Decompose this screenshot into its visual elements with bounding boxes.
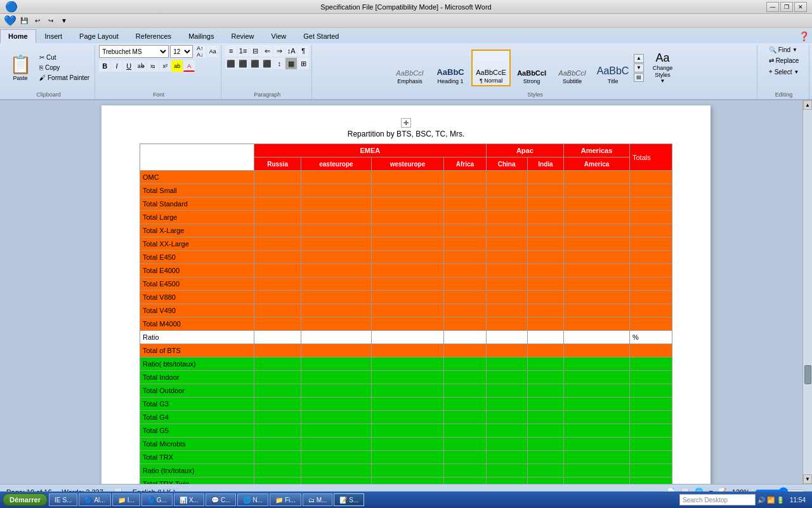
row-label: Total Small <box>140 184 254 197</box>
taskbar-item-2[interactable]: 🔵Al... <box>79 493 110 506</box>
taskbar-item-8[interactable]: 📁Fi... <box>270 493 301 506</box>
show-formatting-button[interactable]: ¶ <box>298 45 309 57</box>
font-name-select[interactable]: Trebuchet MS <box>99 45 169 58</box>
align-right-button[interactable]: ⬛ <box>249 58 261 69</box>
align-center-button[interactable]: ⬛ <box>237 58 249 69</box>
styles-scroll-down-button[interactable]: ▼ <box>634 64 644 72</box>
cut-button[interactable]: ✂ Cut <box>37 53 92 62</box>
cut-label: Cut <box>46 54 56 61</box>
tab-page-layout[interactable]: Page Layout <box>71 29 127 43</box>
ribbon-help-icon[interactable]: ❓ <box>799 31 809 41</box>
select-icon: ⌖ <box>769 68 773 76</box>
taskbar-item-1[interactable]: IES... <box>49 493 77 506</box>
format-painter-button[interactable]: 🖌 Format Painter <box>37 73 92 83</box>
replace-button[interactable]: ⇄ Replace <box>767 56 801 65</box>
style-strong[interactable]: AaBbCcI Strong <box>512 50 551 86</box>
row-label: Ratio (trx/totaux) <box>140 464 254 478</box>
find-dropdown-icon: ▼ <box>792 47 797 53</box>
strikethrough-button[interactable]: ab̶ <box>135 60 147 72</box>
minimize-button[interactable]: — <box>766 2 779 12</box>
italic-button[interactable]: I <box>111 60 122 72</box>
word-icon: 💙 <box>4 15 16 27</box>
scroll-up-button[interactable]: ▲ <box>803 100 812 110</box>
font-size-decrease-button[interactable]: A↓ <box>194 51 206 58</box>
bullets-button[interactable]: ≡ <box>225 45 237 57</box>
multilevel-list-button[interactable]: ⊟ <box>249 45 261 57</box>
replace-label: Replace <box>776 57 799 64</box>
superscript-button[interactable]: x² <box>159 60 171 72</box>
taskbar-item-6[interactable]: 💬C... <box>206 493 237 506</box>
search-input-taskbar[interactable]: Search Desktop <box>679 494 756 505</box>
justify-button[interactable]: ⬛ <box>261 58 273 69</box>
text-highlight-button[interactable]: ab <box>171 60 183 72</box>
increase-indent-button[interactable]: ⇒ <box>273 45 285 57</box>
font-size-increase-button[interactable]: A↑ <box>194 45 206 51</box>
taskbar-item-3[interactable]: 📁I... <box>112 493 140 506</box>
taskbar-item-9[interactable]: 🗂M... <box>303 493 333 506</box>
close-button[interactable]: ✕ <box>794 2 807 12</box>
taskbar-item-7[interactable]: 🌐N... <box>237 493 268 506</box>
shading-button[interactable]: ▦ <box>285 58 297 69</box>
bold-button[interactable]: B <box>99 60 110 72</box>
style-heading1-preview: AaBbC <box>436 67 464 77</box>
paste-button[interactable]: 📋 Paste <box>5 51 36 85</box>
styles-scroll-up-button[interactable]: ▲ <box>634 54 644 63</box>
font-color-button[interactable]: A <box>183 60 195 72</box>
tab-review[interactable]: Review <box>223 29 262 43</box>
borders-button[interactable]: ⊞ <box>298 58 309 69</box>
tab-home[interactable]: Home <box>0 29 36 43</box>
editing-group-content: 🔍 Find ▼ ⇄ Replace ⌖ Select ▼ <box>767 45 801 90</box>
row-label: Total Standard <box>140 197 254 211</box>
scroll-track[interactable] <box>803 110 812 474</box>
quick-access-more-button[interactable]: ▼ <box>58 15 70 27</box>
change-styles-button[interactable]: Aa Change Styles ▼ <box>645 50 680 86</box>
copy-button[interactable]: ⎘ Copy <box>37 63 92 72</box>
taskbar-item-4[interactable]: 🔵G... <box>141 493 173 506</box>
style-normal[interactable]: AaBbCcE ¶ Normal <box>471 50 511 86</box>
scroll-down-button[interactable]: ▼ <box>803 474 812 484</box>
select-dropdown-icon: ▼ <box>794 69 799 75</box>
style-strong-label: Strong <box>523 78 540 84</box>
change-styles-arrow-icon: ▼ <box>660 78 665 84</box>
tab-mailings[interactable]: Mailings <box>180 29 222 43</box>
vertical-scrollbar[interactable]: ▲ ▼ <box>802 100 812 484</box>
scroll-thumb[interactable] <box>804 365 811 384</box>
save-button[interactable]: 💾 <box>18 15 30 27</box>
style-emphasis[interactable]: AaBbCcI Emphasis <box>390 50 429 86</box>
find-button[interactable]: 🔍 Find ▼ <box>767 45 801 55</box>
restore-button[interactable]: ❐ <box>780 2 793 12</box>
style-emphasis-label: Emphasis <box>397 78 422 84</box>
style-subtitle[interactable]: AaBbCcI Subtitle <box>553 50 592 86</box>
underline-button[interactable]: U <box>123 60 134 72</box>
row-label: Total E4000 <box>140 264 254 277</box>
select-button[interactable]: ⌖ Select ▼ <box>767 67 801 77</box>
subscript-button[interactable]: x₂ <box>147 60 159 72</box>
font-size-select[interactable]: 12 <box>170 45 193 58</box>
taskbar-system-tray: Search Desktop 🔊 📶 🔋 11:54 <box>679 494 809 505</box>
start-button[interactable]: Démarrer <box>3 493 48 506</box>
decrease-indent-button[interactable]: ⇐ <box>261 45 273 57</box>
line-spacing-button[interactable]: ↕ <box>273 58 285 69</box>
tab-view[interactable]: View <box>263 29 295 43</box>
row-label: Total TRX Twin <box>140 478 254 485</box>
tab-references[interactable]: References <box>128 29 180 43</box>
insert-table-button[interactable]: ✛ <box>401 118 411 128</box>
font-group-label: Font <box>153 90 164 98</box>
style-title[interactable]: AaBbC Title <box>593 50 632 86</box>
numbering-button[interactable]: 1≡ <box>237 45 249 57</box>
paragraph-group: ≡ 1≡ ⊟ ⇐ ⇒ ↕A ¶ ⬛ ⬛ ⬛ ⬛ ↕ ▦ ⊞ <box>223 45 312 99</box>
header-row-1: EMEA Apac Americas Totals <box>140 144 672 157</box>
align-left-button[interactable]: ⬛ <box>225 58 237 69</box>
sort-button[interactable]: ↕A <box>285 45 297 57</box>
redo-button[interactable]: ↪ <box>45 15 56 27</box>
table-row: Ratio% <box>140 331 672 344</box>
tab-insert[interactable]: Insert <box>37 29 71 43</box>
tab-get-started[interactable]: Get Started <box>295 29 347 43</box>
style-heading1[interactable]: AaBbC Heading 1 <box>431 50 470 86</box>
styles-expand-button[interactable]: ▤ <box>634 73 644 82</box>
taskbar-item-10[interactable]: 📝S... <box>334 493 364 506</box>
undo-button[interactable]: ↩ <box>32 15 43 27</box>
taskbar-item-5[interactable]: 📊X... <box>174 493 204 506</box>
table-row: Total G5 <box>140 424 672 438</box>
clear-formatting-button[interactable]: Aa <box>207 46 218 57</box>
